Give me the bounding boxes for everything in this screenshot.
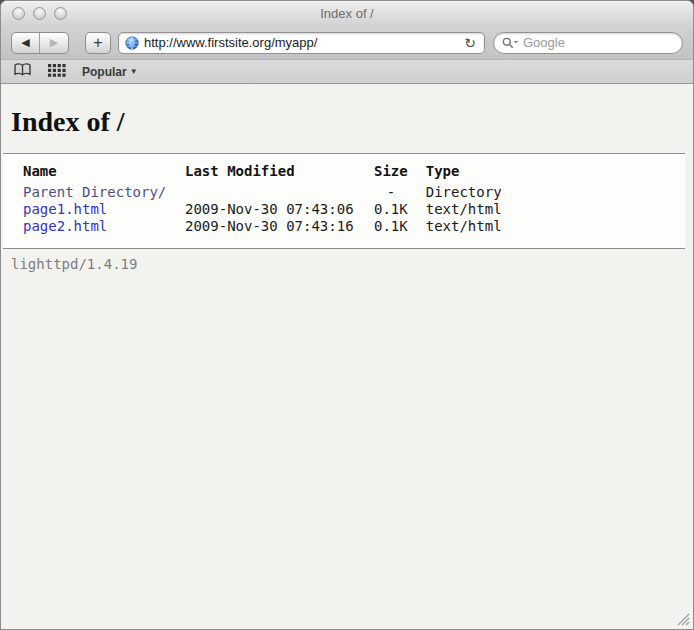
- column-header-size: Size: [374, 163, 426, 184]
- chevron-down-icon: ▼: [130, 67, 138, 76]
- table-row: page2.html 2009-Nov-30 07:43:16 0.1K tex…: [23, 218, 502, 235]
- globe-favicon-icon: [125, 36, 139, 50]
- table-row: Parent Directory/ - Directory: [23, 184, 502, 201]
- modified-cell: 2009-Nov-30 07:43:06: [185, 201, 374, 218]
- header-row: Name Last Modified Size Type: [23, 163, 502, 184]
- column-header-type: Type: [426, 163, 502, 184]
- column-header-name: Name: [23, 163, 185, 184]
- resize-grip[interactable]: [674, 610, 690, 626]
- page1-link[interactable]: page1.html: [23, 201, 107, 217]
- forward-icon: ▶: [50, 37, 58, 48]
- page2-link[interactable]: page2.html: [23, 218, 107, 234]
- type-cell: text/html: [426, 218, 502, 235]
- toolbar: ◀ ▶ + ↻: [1, 26, 693, 59]
- browser-window: Index of / ◀ ▶ +: [0, 0, 694, 630]
- bookmark-folder-popular[interactable]: Popular ▼: [82, 65, 138, 79]
- page-content: Index of / Name Last Modified Size Type …: [1, 84, 693, 629]
- nav-buttons: ◀ ▶: [11, 32, 69, 54]
- title-bar[interactable]: Index of /: [1, 1, 693, 26]
- forward-button[interactable]: ▶: [40, 33, 68, 53]
- back-button[interactable]: ◀: [12, 33, 40, 53]
- search-icon: [502, 37, 519, 49]
- search-bar[interactable]: [493, 32, 683, 54]
- url-input[interactable]: [144, 35, 462, 50]
- back-icon: ◀: [21, 37, 29, 48]
- search-input[interactable]: [523, 35, 674, 50]
- window-title: Index of /: [1, 6, 693, 21]
- bookmarks-bar: Popular ▼: [1, 59, 693, 84]
- type-cell: Directory: [426, 184, 502, 201]
- parent-directory-link[interactable]: Parent Directory/: [23, 184, 166, 200]
- top-sites-grid-icon[interactable]: [48, 63, 66, 81]
- page-title: Index of /: [11, 106, 693, 138]
- table-row: page1.html 2009-Nov-30 07:43:06 0.1K tex…: [23, 201, 502, 218]
- directory-listing: Name Last Modified Size Type Parent Dire…: [3, 153, 685, 249]
- server-version-text: lighttpd/1.4.19: [11, 256, 693, 272]
- bookmark-label: Popular: [82, 65, 127, 79]
- bookmarks-book-icon[interactable]: [13, 62, 32, 81]
- plus-icon: +: [93, 34, 102, 52]
- type-cell: text/html: [426, 201, 502, 218]
- column-header-modified: Last Modified: [185, 163, 374, 184]
- address-bar[interactable]: ↻: [118, 32, 485, 54]
- modified-cell: [185, 184, 374, 201]
- modified-cell: 2009-Nov-30 07:43:16: [185, 218, 374, 235]
- size-cell: 0.1K: [374, 218, 426, 235]
- listing-table: Name Last Modified Size Type Parent Dire…: [23, 163, 502, 235]
- reload-icon[interactable]: ↻: [462, 35, 478, 51]
- size-cell: -: [374, 184, 426, 201]
- size-cell: 0.1K: [374, 201, 426, 218]
- new-tab-button[interactable]: +: [85, 32, 111, 54]
